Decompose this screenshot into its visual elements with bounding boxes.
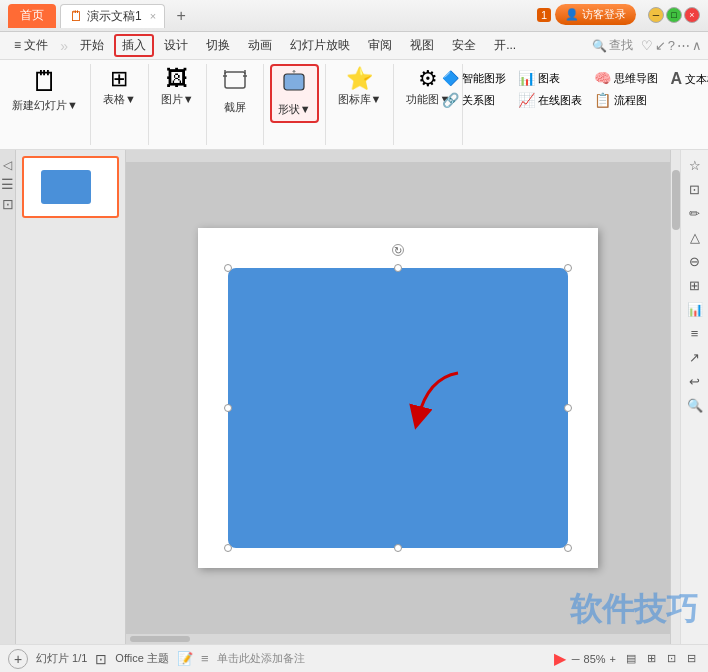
image-label: 图片▼: [161, 92, 194, 107]
relation-btn[interactable]: 🔗 关系图: [438, 90, 510, 110]
ribbon-group-iconlib: ⭐ 图标库▼: [326, 64, 395, 145]
note-placeholder: 单击此处添加备注: [217, 651, 305, 666]
view-toggle-button[interactable]: ☰: [1, 176, 14, 192]
status-left: + 幻灯片 1/1 ⊡ Office 主题 📝 ≡ 单击此处添加备注: [8, 649, 305, 669]
tab-home[interactable]: 首页: [8, 4, 56, 28]
smart-diagram-button[interactable]: 🔷 智能图形: [438, 68, 510, 88]
scrollbar-thumb-v[interactable]: [672, 170, 680, 230]
iconlib-button[interactable]: ⭐ 图标库▼: [332, 64, 388, 111]
zoom-plus-btn[interactable]: +: [610, 653, 616, 665]
tab-doc-close[interactable]: ×: [150, 10, 156, 22]
rt-lines-btn[interactable]: ≡: [684, 322, 706, 344]
rt-triangle-btn[interactable]: △: [684, 226, 706, 248]
chart-button[interactable]: 📊 图表: [514, 68, 586, 88]
play-icon[interactable]: ▶: [554, 649, 566, 668]
scrollbar-vertical[interactable]: [670, 150, 680, 644]
function-icon: ⚙: [418, 68, 438, 90]
menu-file[interactable]: ≡ 文件: [6, 34, 56, 57]
rt-arrow-up-btn[interactable]: ↗: [684, 346, 706, 368]
menu-transition[interactable]: 切换: [198, 34, 238, 57]
theme-icon: ⊡: [95, 651, 107, 667]
collapse-left-button[interactable]: ◁: [3, 158, 12, 172]
menu-review[interactable]: 审阅: [360, 34, 400, 57]
shape-icon: [280, 70, 308, 100]
rt-chart-btn[interactable]: 📊: [684, 298, 706, 320]
rotate-handle[interactable]: ↻: [392, 244, 404, 256]
login-button[interactable]: 👤 访客登录: [555, 4, 636, 25]
relation-icon: 🔗: [442, 92, 459, 108]
textbox-btn[interactable]: A 文本框▼: [666, 68, 708, 90]
view-normal-btn[interactable]: ▤: [622, 650, 640, 668]
slide-thumbnail-1[interactable]: 1: [22, 156, 119, 218]
add-slide-button[interactable]: +: [8, 649, 28, 669]
login-label: 访客登录: [582, 7, 626, 22]
rt-grid-btn[interactable]: ⊞: [684, 274, 706, 296]
help-icon-4[interactable]: ⋯: [677, 38, 690, 53]
flowchart-btn[interactable]: 📋 流程图: [590, 90, 662, 110]
shape-button[interactable]: 形状▼: [270, 64, 319, 123]
iconlib-icon: ⭐: [346, 68, 373, 90]
table-button[interactable]: ⊞ 表格▼: [97, 64, 142, 111]
rt-pen-btn[interactable]: ✏: [684, 202, 706, 224]
menu-more[interactable]: 开...: [486, 34, 524, 57]
handle-top-right[interactable]: [564, 264, 572, 272]
right-group-2: 📊 图表 📈 在线图表: [514, 68, 586, 110]
tab-doc[interactable]: 🗒 演示文稿1 ×: [60, 4, 165, 28]
minimize-button[interactable]: ─: [648, 7, 664, 23]
rt-star-btn[interactable]: ☆: [684, 154, 706, 176]
menu-home[interactable]: 开始: [72, 34, 112, 57]
textbox-label: 文本框▼: [685, 72, 708, 87]
ribbon-group-right: 🔷 智能图形 🔗 关系图 📊 图表 📈 在线图表: [463, 64, 708, 145]
menu-insert[interactable]: 插入: [114, 34, 154, 57]
help-icon-3[interactable]: ?: [668, 38, 675, 53]
main-area: ◁ ☰ ⊡ 1 ↻: [0, 150, 708, 644]
handle-bottom-right[interactable]: [564, 544, 572, 552]
menu-security[interactable]: 安全: [444, 34, 484, 57]
handle-middle-left[interactable]: [224, 404, 232, 412]
help-icon-1[interactable]: ♡: [641, 38, 653, 53]
close-button[interactable]: ×: [684, 7, 700, 23]
rt-undo-btn[interactable]: ↩: [684, 370, 706, 392]
rt-layout-btn[interactable]: ⊡: [684, 178, 706, 200]
smart-diagram-icon: 🔷: [442, 70, 459, 86]
tab-add-btn[interactable]: +: [169, 4, 193, 28]
handle-top-middle[interactable]: [394, 264, 402, 272]
zoom-minus-btn[interactable]: ─: [572, 653, 580, 665]
ribbon-group-newslide-content: 🗒 新建幻灯片▼: [6, 64, 84, 145]
selected-shape[interactable]: ↻: [228, 268, 568, 548]
canvas-area: ↻: [126, 150, 670, 644]
search-label[interactable]: 查找: [609, 37, 633, 54]
mindmap-button[interactable]: 🧠 思维导图: [590, 68, 662, 88]
online-chart-btn[interactable]: 📈 在线图表: [514, 90, 586, 110]
help-icon-5[interactable]: ∧: [692, 38, 702, 53]
new-slide-button[interactable]: 🗒 新建幻灯片▼: [6, 64, 84, 117]
chart-icon: 📊: [518, 70, 535, 86]
menu-view[interactable]: 视图: [402, 34, 442, 57]
rt-zoom-btn[interactable]: 🔍: [684, 394, 706, 416]
handle-middle-right[interactable]: [564, 404, 572, 412]
handle-bottom-middle[interactable]: [394, 544, 402, 552]
handle-bottom-left[interactable]: [224, 544, 232, 552]
rt-minus-btn[interactable]: ⊖: [684, 250, 706, 272]
relation-label: 关系图: [462, 93, 495, 108]
ribbon-group-screenshot: 截屏: [207, 64, 264, 145]
handle-top-left[interactable]: [224, 264, 232, 272]
title-bar-right: 1 👤 访客登录 ─ □ ×: [537, 4, 700, 25]
search-icon: 🔍: [592, 39, 607, 53]
menu-design[interactable]: 设计: [156, 34, 196, 57]
view-outline-btn[interactable]: ⊡: [662, 650, 680, 668]
view-fit-btn[interactable]: ⊟: [682, 650, 700, 668]
menu-animation[interactable]: 动画: [240, 34, 280, 57]
scrollbar-thumb-h[interactable]: [130, 636, 190, 642]
help-icon-2[interactable]: ↙: [655, 38, 666, 53]
screenshot-button[interactable]: 截屏: [213, 64, 257, 119]
maximize-button[interactable]: □: [666, 7, 682, 23]
canvas-wrapper[interactable]: ↻: [126, 162, 670, 634]
scrollbar-horizontal[interactable]: [126, 634, 670, 644]
thumbnail-toggle-button[interactable]: ⊡: [2, 196, 14, 212]
image-button[interactable]: 🖼 图片▼: [155, 64, 200, 111]
view-grid-btn[interactable]: ⊞: [642, 650, 660, 668]
menu-slideshow[interactable]: 幻灯片放映: [282, 34, 358, 57]
slide-thumb-inner-1: [26, 160, 106, 214]
slide-canvas[interactable]: ↻: [198, 228, 598, 568]
